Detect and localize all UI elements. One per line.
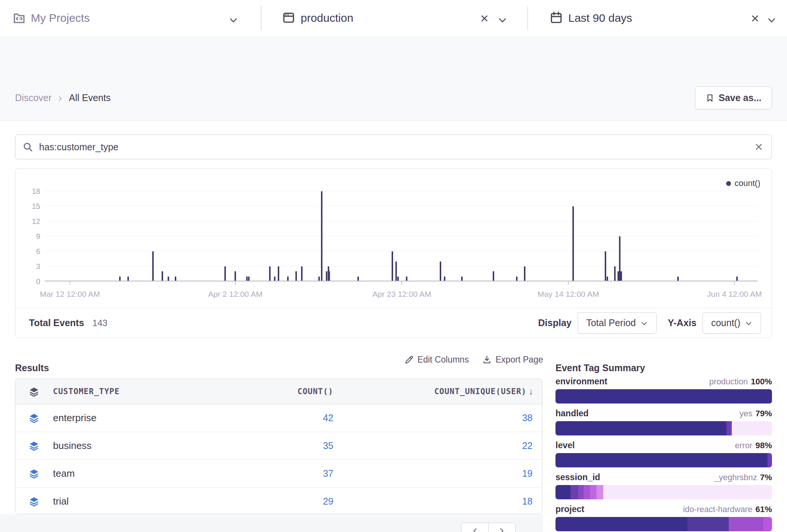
tag-bar-segment[interactable] [555,517,687,531]
column-header-count-unique[interactable]: COUNT_UNIQUE(USER) ↓ [434,379,534,404]
save-as-button[interactable]: Save as... [695,86,772,109]
table-row[interactable]: enterprise 42 38 [15,404,542,432]
project-filter-label[interactable]: My Projects [31,0,90,36]
environment-filter-label[interactable]: production [301,0,353,36]
chart-bar [301,266,303,281]
chart-bar [614,266,616,281]
count-unique-cell[interactable]: 38 [522,404,533,432]
y-axis-tick-label: 3 [15,262,40,271]
count-unique-cell[interactable]: 22 [522,432,533,459]
tag-bar-segment[interactable] [578,485,583,499]
tag-bar-segment[interactable] [726,421,732,435]
total-events-label: Total Events [29,317,84,328]
results-table: CUSTOMER_TYPE COUNT() COUNT_UNIQUE(USER)… [15,379,542,514]
count-cell[interactable]: 35 [323,432,333,459]
count-unique-cell[interactable]: 18 [522,488,533,514]
tag-bar[interactable] [555,453,772,467]
chart-bar [248,277,250,281]
search-query-value[interactable]: has:customer_type [39,142,754,153]
count-cell[interactable]: 37 [323,460,333,487]
table-row[interactable]: business 35 22 [15,432,542,460]
chevron-down-icon[interactable] [498,15,507,25]
table-row[interactable]: team 37 19 [15,460,542,488]
display-select[interactable]: Total Period [578,312,657,334]
tag-bar-segment[interactable] [584,485,590,499]
stack-icon [29,469,39,479]
chart-bar [605,251,606,281]
y-axis-tick-label: 15 [15,202,40,210]
clear-search-icon[interactable] [754,142,763,151]
stack-icon [29,496,39,506]
x-axis-tick-label: May 14 12:00 AM [537,290,599,299]
edit-columns-button[interactable]: Edit Columns [404,355,469,365]
customer-type-cell: business [53,432,92,459]
chart-bar [395,261,397,281]
tag-bar-segment[interactable] [603,485,772,499]
export-page-button[interactable]: Export Page [482,355,543,365]
x-axis-tick-label: Mar 12 12:00 AM [40,290,100,299]
next-page-button[interactable] [488,523,516,532]
search-input[interactable]: has:customer_type [15,135,772,159]
clear-environment-icon[interactable] [480,14,489,23]
tag-name: session_id [555,472,600,482]
x-axis-tick-label: Jun 4 12:00 AM [707,290,762,299]
tag-top-value: ido-react-hardware [683,505,752,514]
tag-percent: 79% [755,409,772,418]
count-cell[interactable]: 29 [323,488,333,514]
tag-bar-segment[interactable] [555,389,772,404]
pencil-icon [404,355,414,364]
tag-bar-segment[interactable] [763,517,772,531]
chart-bar [274,277,275,281]
tag-bar-segment[interactable] [555,485,571,499]
event-tag-summary-heading: Event Tag Summary [555,363,645,373]
stack-icon [29,441,39,451]
environment-icon [282,11,295,24]
event-tag-summary: environment production100% handled yes79… [555,376,772,532]
chart-bar [607,277,608,281]
chart-bar [444,277,445,281]
gridline [45,206,758,206]
tag-bar-segment[interactable] [590,485,596,499]
table-row[interactable]: trial 29 18 [15,488,542,514]
tag-bar-segment[interactable] [596,485,603,499]
tag-bar[interactable] [555,485,772,499]
chart-bar [321,191,322,281]
chart-legend[interactable]: count() [726,178,760,188]
daterange-filter-label[interactable]: Last 90 days [568,0,632,36]
clear-daterange-icon[interactable] [751,14,760,23]
tag-bar-segment[interactable] [767,453,772,467]
y-axis-select[interactable]: count() [702,312,761,334]
chart-bar [440,261,441,281]
x-axis-tick [235,281,236,285]
calendar-icon [549,11,563,24]
chart-bar [677,277,679,281]
tag-bar-segment[interactable] [571,485,578,499]
chevron-down-icon[interactable] [767,15,776,25]
previous-page-button[interactable] [461,523,489,532]
chevron-down-icon[interactable] [229,15,238,25]
tag-bar[interactable] [555,517,772,531]
breadcrumb-discover-link[interactable]: Discover [15,92,51,103]
tag-percent: 7% [760,473,772,482]
chart-bar [397,277,399,281]
tag-bar-segment[interactable] [555,453,767,467]
tag-name: project [555,504,584,514]
count-unique-cell[interactable]: 19 [522,460,533,487]
stack-icon [29,387,39,397]
tag-bar-segment[interactable] [732,421,772,435]
column-header-customer-type[interactable]: CUSTOMER_TYPE [53,379,120,404]
tag-bar-segment[interactable] [687,517,728,531]
tag-bar[interactable] [555,389,772,404]
breadcrumb-current: All Events [69,92,110,103]
column-header-count[interactable]: COUNT() [297,379,333,404]
tag-bar-segment[interactable] [729,517,763,531]
tag-percent: 98% [755,441,772,450]
legend-dot-icon [726,181,731,186]
x-axis-tick [734,281,735,285]
tag-bar-segment[interactable] [555,421,726,435]
chart-bar [162,271,163,281]
tag-bar[interactable] [555,421,772,435]
chart-bar [461,277,463,281]
count-cell[interactable]: 42 [323,404,333,432]
results-heading: Results [15,363,49,373]
